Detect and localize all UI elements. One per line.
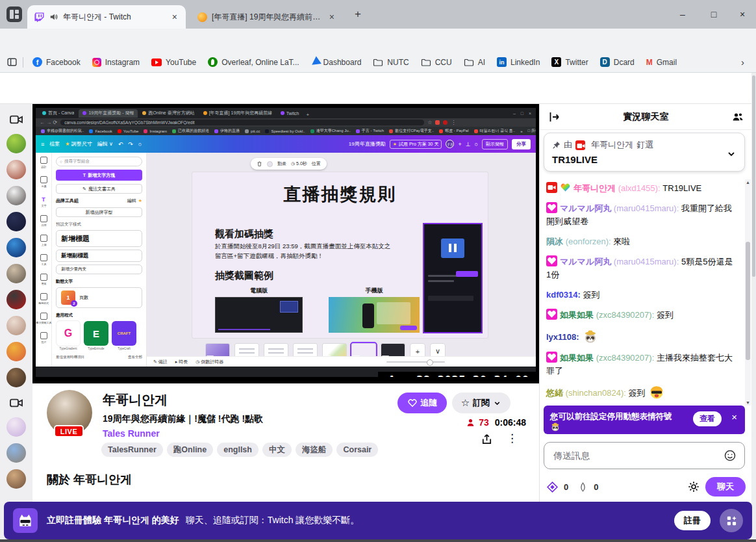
animate-button[interactable]: 動畫: [277, 161, 286, 167]
style-heading-card[interactable]: 新增標題: [56, 230, 142, 247]
workspace-icon[interactable]: [6, 6, 22, 22]
maximize-button[interactable]: □: [703, 0, 725, 29]
channel-avatar[interactable]: [6, 238, 26, 257]
canva-doc-title[interactable]: 19周年直播獎勵: [349, 140, 386, 148]
banner-signup-button[interactable]: 註冊: [674, 511, 711, 530]
bookmark-item[interactable]: Overleaf, Online LaT...: [204, 56, 303, 68]
bookmark-item[interactable]: XTwitter: [548, 56, 592, 68]
channel-avatar[interactable]: [6, 342, 26, 361]
bookmark-item[interactable]: MGmail: [642, 57, 681, 68]
chat-username[interactable]: 年哥니안게: [573, 183, 616, 193]
stream-tag[interactable]: Corsair: [336, 443, 378, 457]
canva-rail-item[interactable]: 工具: [36, 250, 51, 270]
add-textbox-button[interactable]: T 新增文字方塊: [56, 170, 142, 181]
bookmark-item[interactable]: AI: [460, 56, 489, 69]
canva-font-search[interactable]: ○ 搜尋字型組合: [56, 157, 142, 166]
chat-input[interactable]: [552, 450, 718, 461]
close-tab-icon[interactable]: ×: [327, 12, 336, 22]
minimize-button[interactable]: –: [672, 0, 694, 29]
canva-rail-item[interactable]: 品牌: [36, 211, 51, 231]
bookmark-item[interactable]: YouTube: [147, 57, 200, 68]
pinned-message[interactable]: 由 年哥니안게 釘選 TR19LIVE: [544, 133, 745, 172]
slide[interactable]: 直播抽獎規則 觀看加碼抽獎 於直播開始後至8月29日 23:59，截圖直播畫面並…: [192, 172, 488, 338]
canva-rail-item[interactable]: 元素: [36, 172, 51, 192]
stream-tag[interactable]: TalesRunner: [101, 443, 163, 457]
undo-icon[interactable]: ↶: [118, 141, 123, 148]
bookmark-item[interactable]: Dashboard: [307, 57, 366, 68]
position-button[interactable]: 位置: [312, 161, 321, 167]
canva-menu-icon[interactable]: ≡: [41, 141, 44, 148]
chat-username[interactable]: 如果如果: [560, 353, 594, 363]
canva-avatar[interactable]: 子言: [446, 140, 454, 148]
style-body-card[interactable]: 新增少量內文: [56, 265, 142, 274]
canva-rail-item[interactable]: 專案: [36, 270, 51, 289]
canva-rail-item[interactable]: 照片: [36, 328, 51, 348]
sunglasses-girl-emote[interactable]: [649, 385, 664, 400]
tab-bahamut[interactable]: [年哥直播] 19周年與您再續前緣 - ×: [191, 5, 343, 29]
channel-avatar[interactable]: [6, 264, 26, 283]
close-tab-icon[interactable]: ×: [170, 12, 179, 22]
canva-rail-item[interactable]: T文字: [36, 192, 51, 211]
chat-username[interactable]: lyx1108: [546, 332, 576, 342]
tab-twitch[interactable]: 年哥니안게 - Twitch ×: [27, 5, 186, 29]
channel-avatar[interactable]: [6, 186, 26, 205]
channel-points-icon[interactable]: [546, 481, 559, 493]
drops-leaf-icon[interactable]: [577, 482, 588, 493]
channel-avatar[interactable]: [6, 290, 26, 309]
add-member-icon[interactable]: +: [458, 141, 461, 148]
follow-button[interactable]: 追隨: [397, 393, 447, 413]
app-tile[interactable]: CRAFTTypeCraft: [112, 321, 136, 346]
notes-button[interactable]: ✎ 備註: [153, 359, 168, 365]
more-options-icon[interactable]: ⋮: [507, 432, 518, 445]
see-all-link[interactable]: 查看全部: [128, 355, 142, 359]
canva-rail-item[interactable]: 設計: [36, 153, 51, 172]
stream-tag[interactable]: 海盜船: [296, 443, 333, 457]
present-button[interactable]: 顯示簡報: [482, 139, 508, 149]
emote-picker-icon[interactable]: [724, 449, 737, 462]
canva-resize-menu[interactable]: ★ 調整尺寸: [65, 140, 92, 148]
page-numbers-card[interactable]: 12 頁數: [56, 287, 142, 308]
stream-tag[interactable]: engllsh: [217, 443, 258, 457]
stream-tag[interactable]: 中文: [262, 443, 292, 457]
color-swatch[interactable]: [267, 161, 273, 167]
channel-avatar[interactable]: [6, 443, 26, 463]
video-player[interactable]: 首頁 - Canva19周年直播獎勵 - 簡報跑Online 臺灣官方網站[年哥…: [32, 104, 539, 383]
channel-avatar[interactable]: [6, 316, 26, 335]
bookmark-item[interactable]: inLinkedIn: [493, 56, 544, 68]
bookmark-item[interactable]: DDcard: [596, 56, 638, 68]
page-scrollbar[interactable]: [751, 73, 756, 539]
community-icon[interactable]: [731, 110, 744, 123]
duration-button[interactable]: ◷ 5.0秒: [291, 161, 307, 167]
chat-username[interactable]: kdf0314: [546, 290, 577, 300]
apps-grid-button[interactable]: [720, 509, 743, 532]
new-tab-button[interactable]: +: [351, 8, 365, 21]
magic-write-button[interactable]: ✎ 魔法文書工具: [56, 184, 142, 194]
subscribe-button[interactable]: ☆ 訂閱: [452, 393, 510, 413]
brand-edit-link[interactable]: 編輯: [127, 198, 136, 204]
channel-name[interactable]: 年哥니안게: [103, 391, 168, 409]
raccoon-hat-emote[interactable]: [583, 329, 598, 344]
notice-close-icon[interactable]: ×: [731, 411, 737, 422]
collapse-chat-icon[interactable]: [548, 110, 561, 123]
stream-tag[interactable]: 跑Online: [167, 443, 213, 457]
bookmark-item[interactable]: fFacebook: [29, 56, 84, 68]
canva-rail-item[interactable]: 應用程式: [36, 289, 51, 309]
bookmark-item[interactable]: Instagram: [88, 57, 144, 68]
close-window-button[interactable]: ×: [731, 0, 753, 29]
duration-status-button[interactable]: ▸ 時長: [175, 359, 188, 365]
send-chat-button[interactable]: 聊天: [705, 477, 746, 497]
chat-username[interactable]: マルマル阿丸: [560, 203, 611, 213]
channel-avatar[interactable]: [6, 417, 26, 437]
redo-icon[interactable]: ↷: [128, 141, 133, 148]
canva-rail-item[interactable]: 上傳: [36, 231, 51, 250]
chat-username[interactable]: 如果如果: [560, 310, 594, 320]
share-icon[interactable]: [481, 433, 493, 445]
add-brand-font-button[interactable]: 新增品牌字型: [56, 207, 142, 217]
chat-username[interactable]: 悠緒: [546, 388, 563, 398]
channel-avatar[interactable]: [6, 212, 26, 231]
canva-share-button[interactable]: 分享: [512, 139, 531, 149]
channel-avatar[interactable]: [6, 368, 26, 387]
channel-avatar[interactable]: [6, 160, 26, 179]
category-link[interactable]: Tales Runner: [103, 428, 160, 439]
sidebar-toggle-icon[interactable]: [6, 57, 18, 68]
